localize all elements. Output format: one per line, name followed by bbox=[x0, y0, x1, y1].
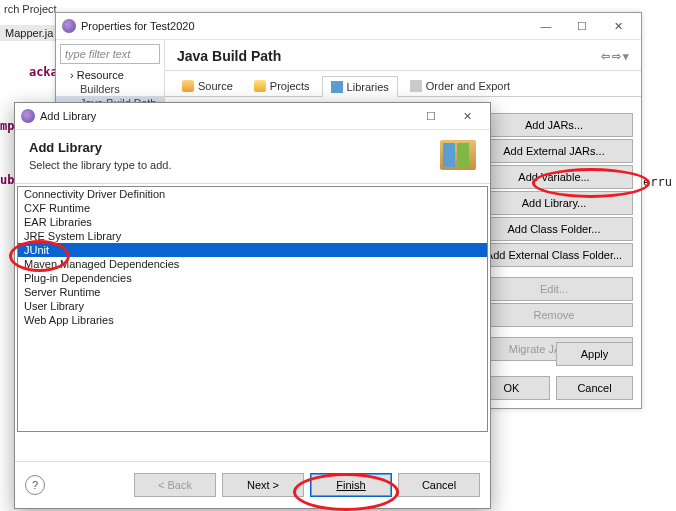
list-item[interactable]: EAR Libraries bbox=[18, 215, 487, 229]
page-title: Java Build Path bbox=[177, 48, 281, 64]
tree-item-builders[interactable]: Builders bbox=[56, 82, 164, 96]
tab-order-export[interactable]: Order and Export bbox=[401, 76, 519, 96]
projects-icon bbox=[254, 80, 266, 92]
list-item[interactable]: Connectivity Driver Definition bbox=[18, 187, 487, 201]
wizard-cancel-button[interactable]: Cancel bbox=[398, 473, 480, 497]
tab-projects[interactable]: Projects bbox=[245, 76, 319, 96]
libraries-icon bbox=[331, 81, 343, 93]
cancel-button[interactable]: Cancel bbox=[556, 376, 633, 400]
finish-button[interactable]: Finish bbox=[310, 473, 392, 497]
editor-tab[interactable]: Mapper.ja bbox=[0, 25, 58, 41]
add-jars-button[interactable]: Add JARs... bbox=[475, 113, 633, 137]
order-icon bbox=[410, 80, 422, 92]
tab-source[interactable]: Source bbox=[173, 76, 242, 96]
tab-libraries[interactable]: Libraries bbox=[322, 76, 398, 97]
properties-title-text: Properties for Test2020 bbox=[81, 13, 195, 39]
list-item[interactable]: Web App Libraries bbox=[18, 313, 487, 327]
next-button[interactable]: Next > bbox=[222, 473, 304, 497]
list-item[interactable]: Server Runtime bbox=[18, 285, 487, 299]
apply-button[interactable]: Apply bbox=[556, 342, 633, 366]
minimize-button[interactable]: — bbox=[529, 17, 563, 35]
wizard-button-bar: ? < Back Next > Finish Cancel bbox=[15, 461, 490, 508]
library-icon bbox=[440, 140, 476, 170]
remove-button: Remove bbox=[475, 303, 633, 327]
eclipse-icon bbox=[62, 19, 76, 33]
wizard-heading: Add Library bbox=[29, 140, 171, 155]
build-path-tabs: Source Projects Libraries Order and Expo… bbox=[165, 71, 641, 97]
close-button[interactable]: ✕ bbox=[601, 17, 635, 35]
add-external-class-folder-button[interactable]: Add External Class Folder... bbox=[475, 243, 633, 267]
add-library-title-text: Add Library bbox=[40, 110, 96, 122]
library-button-column: Add JARs... Add External JARs... Add Var… bbox=[475, 113, 633, 361]
maximize-button[interactable]: ☐ bbox=[565, 17, 599, 35]
list-item[interactable]: JRE System Library bbox=[18, 229, 487, 243]
source-icon bbox=[182, 80, 194, 92]
maximize-button[interactable]: ☐ bbox=[414, 107, 448, 125]
add-library-button[interactable]: Add Library... bbox=[475, 191, 633, 215]
help-icon[interactable]: ? bbox=[25, 475, 45, 495]
add-variable-button[interactable]: Add Variable... bbox=[475, 165, 633, 189]
filter-input[interactable]: type filter text bbox=[60, 44, 160, 64]
nav-fwd-icon[interactable]: ⇨ bbox=[612, 50, 621, 63]
add-class-folder-button[interactable]: Add Class Folder... bbox=[475, 217, 633, 241]
nav-menu-icon[interactable]: ▾ bbox=[623, 50, 629, 63]
wizard-header: Add Library Select the library type to a… bbox=[15, 130, 490, 184]
tree-item-resource[interactable]: › Resource bbox=[56, 68, 164, 82]
list-item[interactable]: Plug-in Dependencies bbox=[18, 271, 487, 285]
close-button[interactable]: ✕ bbox=[450, 107, 484, 125]
add-library-dialog: Add Library ☐ ✕ Add Library Select the l… bbox=[14, 102, 491, 509]
add-library-titlebar[interactable]: Add Library ☐ ✕ bbox=[15, 103, 490, 130]
edit-button: Edit... bbox=[475, 277, 633, 301]
list-item[interactable]: CXF Runtime bbox=[18, 201, 487, 215]
list-item[interactable]: Maven Managed Dependencies bbox=[18, 257, 487, 271]
library-type-list[interactable]: Connectivity Driver DefinitionCXF Runtim… bbox=[17, 186, 488, 432]
back-button: < Back bbox=[134, 473, 216, 497]
add-external-jars-button[interactable]: Add External JARs... bbox=[475, 139, 633, 163]
list-item[interactable]: JUnit bbox=[18, 243, 487, 257]
menu-fragment: rch Project bbox=[0, 0, 61, 24]
wizard-subheading: Select the library type to add. bbox=[29, 159, 171, 171]
properties-titlebar[interactable]: Properties for Test2020 — ☐ ✕ bbox=[56, 13, 641, 40]
nav-back-icon[interactable]: ⇦ bbox=[601, 50, 610, 63]
list-item[interactable]: User Library bbox=[18, 299, 487, 313]
eclipse-icon bbox=[21, 109, 35, 123]
